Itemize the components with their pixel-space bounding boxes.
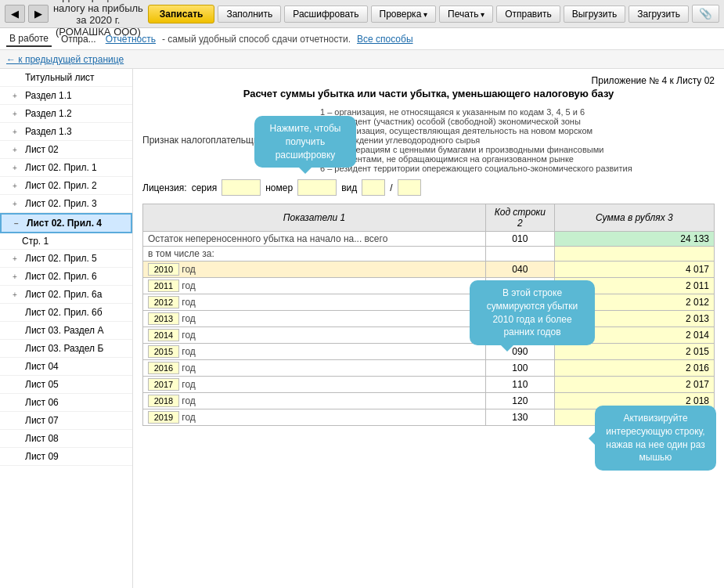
nav-fwd-button[interactable]: ▶	[28, 5, 49, 23]
proverka-button[interactable]: Проверка	[371, 5, 437, 23]
year-btn-3[interactable]: 2011	[148, 280, 179, 292]
expand-icon-list-02-pril-4[interactable]: −	[14, 219, 22, 228]
vid-input2[interactable]	[398, 179, 421, 196]
year-btn-10[interactable]: 2018	[148, 395, 179, 407]
tab-otpravit[interactable]: Отпра...	[58, 32, 99, 46]
sidebar-item-razdel-1-2[interactable]: +Раздел 1.2	[0, 105, 132, 123]
expand-icon-list-02-pril-6[interactable]: +	[13, 272, 20, 281]
otpravit-button[interactable]: Отправить	[496, 5, 560, 23]
year-btn-2[interactable]: 2010	[148, 263, 179, 276]
cell-code-7: 090	[486, 344, 555, 360]
zapisat-button[interactable]: Записать	[148, 5, 215, 23]
year-btn-8[interactable]: 2016	[148, 362, 179, 374]
pechat-button[interactable]: Печать	[439, 5, 493, 23]
tooltip-summiruyutsya: В этой строке суммируются убытки 2010 го…	[470, 280, 595, 345]
table-row[interactable]: 2011 год0502 011	[143, 278, 715, 294]
tooltip-aktiviziruyte: Активизируйте интересующую строку, нажав…	[595, 406, 716, 471]
otchetnost-link[interactable]: Отчётность	[106, 34, 156, 45]
tab-v-rabote[interactable]: В работе	[6, 31, 52, 47]
attachment-button[interactable]: 📎	[692, 5, 719, 23]
sidebar-item-list-03-razdel-a[interactable]: Лист 03. Раздел А	[0, 322, 132, 340]
sidebar-item-list-02-pril-6b[interactable]: Лист 02. Прил. 6б	[0, 304, 132, 322]
expand-icon-razdel-1-3[interactable]: +	[13, 128, 20, 136]
sidebar-item-str-1[interactable]: Стр. 1	[0, 233, 132, 250]
nav-back-button[interactable]: ◀	[5, 5, 25, 23]
cell-value-0[interactable]: 24 133	[554, 232, 714, 247]
expand-icon-razdel-1-2[interactable]: +	[13, 110, 20, 118]
zagruzit-button[interactable]: Загрузить	[629, 5, 689, 23]
sidebar-item-list-02-pril-6[interactable]: +Лист 02. Прил. 6	[0, 268, 132, 286]
data-table: Показатели 1Код строки 2Сумма в рублях 3…	[142, 204, 715, 426]
sidebar-item-list-09[interactable]: Лист 09	[0, 448, 132, 466]
sidebar-item-list-02-pril-2[interactable]: +Лист 02. Прил. 2	[0, 177, 132, 195]
cell-label-4: 2012 год	[143, 294, 486, 311]
sidebar-item-list-04[interactable]: Лист 04	[0, 358, 132, 376]
expand-icon-list-02[interactable]: +	[13, 146, 20, 154]
sidebar-label-list-04: Лист 04	[25, 361, 59, 372]
breadcrumb-link[interactable]: ← к предыдущей странице	[6, 54, 124, 65]
sidebar-item-list-05[interactable]: Лист 05	[0, 376, 132, 394]
vygruzit-button[interactable]: Выгрузить	[564, 5, 626, 23]
table-row[interactable]: Остаток непереносенного убытка на начало…	[143, 232, 715, 247]
table-row[interactable]: 2014 год0802 014	[143, 327, 715, 344]
sidebar-item-list-07[interactable]: Лист 07	[0, 412, 132, 430]
cell-value-8[interactable]: 2 016	[554, 360, 714, 377]
cell-value-1[interactable]	[554, 247, 714, 262]
table-row[interactable]: 2010 год0404 017	[143, 262, 715, 278]
expand-icon-list-02-pril-2[interactable]: +	[13, 182, 20, 190]
sidebar-item-list-03-razdel-b[interactable]: Лист 03. Раздел Б	[0, 340, 132, 358]
cell-code-0: 010	[486, 232, 555, 247]
zapolnit-button[interactable]: Заполнить	[218, 5, 281, 23]
doc-title: Расчет суммы убытка или части убытка, ум…	[142, 88, 715, 99]
sidebar-label-list-02-pril-6: Лист 02. Прил. 6	[25, 271, 97, 282]
table-row[interactable]: в том числе за:	[143, 247, 715, 262]
vse-sposoby-link[interactable]: Все способы	[357, 34, 413, 45]
cell-value-9[interactable]: 2 017	[554, 377, 714, 393]
cell-label-8: 2016 год	[143, 360, 486, 377]
table-row[interactable]: 2012 год0602 012	[143, 294, 715, 311]
cell-label-3: 2011 год	[143, 278, 486, 294]
sidebar-item-list-02-pril-1[interactable]: +Лист 02. Прил. 1	[0, 159, 132, 177]
sidebar-item-list-02-pril-4[interactable]: −Лист 02. Прил. 4	[0, 213, 132, 233]
sidebar-item-list-02[interactable]: +Лист 02	[0, 141, 132, 159]
table-row[interactable]: 2016 год1002 016	[143, 360, 715, 377]
year-btn-6[interactable]: 2014	[148, 329, 179, 341]
sidebar-item-razdel-1-3[interactable]: +Раздел 1.3	[0, 123, 132, 141]
cell-value-7[interactable]: 2 015	[554, 344, 714, 360]
sidebar-item-list-02-pril-6a[interactable]: +Лист 02. Прил. 6а	[0, 286, 132, 304]
sidebar-label-list-06: Лист 06	[25, 397, 59, 408]
vid-label: вид	[341, 182, 357, 193]
sidebar-label-list-03-razdel-a: Лист 03. Раздел А	[25, 325, 103, 336]
expand-icon-list-02-pril-3[interactable]: +	[13, 200, 20, 208]
year-btn-11[interactable]: 2019	[148, 411, 179, 424]
sidebar-label-list-07: Лист 07	[25, 415, 59, 426]
year-btn-9[interactable]: 2017	[148, 378, 179, 391]
expand-icon-razdel-1-1[interactable]: +	[13, 92, 20, 100]
vid-input[interactable]	[362, 179, 385, 196]
table-row[interactable]: 2017 год1102 017	[143, 377, 715, 393]
table-row[interactable]: 2013 год0702 013	[143, 311, 715, 327]
cell-value-2[interactable]: 4 017	[554, 262, 714, 278]
seriya-input[interactable]	[222, 179, 261, 196]
year-btn-7[interactable]: 2015	[148, 345, 179, 358]
sidebar-item-titulnyy-list[interactable]: Титульный лист	[0, 69, 132, 87]
cell-label-1: в том числе за:	[143, 247, 486, 262]
year-btn-5[interactable]: 2013	[148, 312, 179, 325]
cell-label-5: 2013 год	[143, 311, 486, 327]
cell-label-11: 2019 год	[143, 409, 486, 426]
table-row[interactable]: 2015 год0902 015	[143, 344, 715, 360]
year-btn-4[interactable]: 2012	[148, 296, 179, 308]
sidebar-item-list-08[interactable]: Лист 08	[0, 430, 132, 448]
sidebar-item-list-02-pril-5[interactable]: +Лист 02. Прил. 5	[0, 250, 132, 268]
expand-icon-list-02-pril-6a[interactable]: +	[13, 290, 20, 299]
sidebar-item-list-02-pril-3[interactable]: +Лист 02. Прил. 3	[0, 195, 132, 213]
sidebar-item-razdel-1-1[interactable]: +Раздел 1.1	[0, 87, 132, 105]
nomer-input[interactable]	[297, 179, 337, 196]
license-row: Лицензия: серия номер вид /	[142, 179, 715, 196]
sidebar-label-list-02-pril-2: Лист 02. Прил. 2	[25, 180, 97, 191]
rasshifrovat-button[interactable]: Расшифровать	[284, 5, 367, 23]
sidebar-item-list-06[interactable]: Лист 06	[0, 394, 132, 412]
sidebar-label-list-03-razdel-b: Лист 03. Раздел Б	[25, 343, 103, 354]
expand-icon-list-02-pril-5[interactable]: +	[13, 254, 20, 263]
expand-icon-list-02-pril-1[interactable]: +	[13, 164, 20, 172]
